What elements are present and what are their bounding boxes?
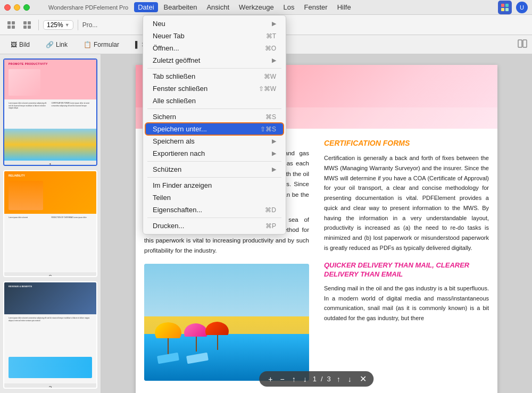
menu-item-zuletzt[interactable]: Zuletzt geöffnet ▶ [145,54,284,66]
menu-item-tab-schliessen[interactable]: Tab schließen ⌘W [145,70,284,82]
menu-item-speichern-unter[interactable]: Speichern unter... ⇧⌘S [145,123,284,135]
app-icon [498,1,512,14]
svg-rect-5 [12,21,15,24]
menu-fenster[interactable]: Fenster [301,2,331,12]
schuetzen-arrow: ▶ [272,166,276,173]
delivery-title: QUICKER DELIVERY THAN MAIL, CLEARER DELI… [324,261,489,279]
toolbar-separator-1 [38,20,39,30]
menu-ansicht[interactable]: Ansicht [203,2,233,12]
svg-rect-12 [518,40,522,47]
nav-close[interactable]: ✕ [360,374,367,384]
zoom-control[interactable]: 125% ▼ [43,20,73,30]
nav-next-page[interactable]: ↓ [346,375,353,383]
svg-rect-10 [23,26,27,29]
certification-text: Certification is generally a back and fo… [324,153,489,253]
svg-rect-8 [23,21,27,24]
maximize-button[interactable] [23,4,30,11]
menu-item-fenster-schliessen[interactable]: Fenster schließen ⇧⌘W [145,82,284,95]
sidebar-page-3[interactable]: REVENUE & BENEFITS Lorem ipsum dolor sit… [3,281,97,389]
page-1-number: 1 [4,161,96,166]
zoom-arrow: ▼ [65,22,70,28]
menu-item-im-finder[interactable]: Im Finder anzeigen [145,179,284,191]
sidebar-page-1[interactable]: PROMOTE PRODUCTIVITY Lorem ipsum dolor s… [3,58,97,166]
pdf-right-column: CERTIFICATION FORMS Certification is gen… [317,137,489,381]
menu-item-schuetzen[interactable]: Schützen ▶ [145,163,284,175]
svg-rect-0 [501,4,504,7]
svg-rect-4 [7,21,11,24]
page-separator: / [321,375,323,383]
menu-item-speichern-als[interactable]: Speichern als ▶ [145,135,284,147]
traffic-lights [4,4,30,11]
menu-hilfe[interactable]: Hilfe [334,2,355,12]
tab-link[interactable]: 🔗 Link [39,39,74,50]
bild-icon: 🖼 [11,41,17,48]
nav-fit-page[interactable]: ↑ [290,375,297,383]
exportieren-arrow: ▶ [272,150,276,157]
toolbar-separator-2 [78,20,78,30]
menu-item-sichern[interactable]: Sichern ⌘S [145,111,284,123]
nav-zoom-out[interactable]: − [278,375,286,383]
menu-sep-3 [147,161,281,162]
menu-los[interactable]: Los [280,2,298,12]
doc-title: Pro... [82,21,98,29]
menu-wondershare[interactable]: Wondershare PDFelement Pro [45,3,132,12]
menu-item-neuer-tab[interactable]: Neuer Tab ⌘T [145,30,284,42]
sidebar-end-icon[interactable] [517,38,528,51]
tab-formular[interactable]: 📋 Formular [77,39,126,50]
nav-download[interactable]: ↓ [302,375,309,383]
user-avatar[interactable]: U [516,2,528,13]
menu-item-alle-schliessen[interactable]: Alle schließen [145,95,284,107]
menu-werkzeuge[interactable]: Werkzeuge [235,2,278,12]
svg-rect-3 [505,8,509,11]
menu-item-neu[interactable]: Neu ▶ [145,18,284,30]
minimize-button[interactable] [14,4,20,11]
view-toggle[interactable] [20,18,34,32]
menu-bearbeiten[interactable]: Bearbeiten [160,2,201,12]
datei-dropdown-menu: Neu ▶ Neuer Tab ⌘T Öffnen... ⌘O Zuletzt … [143,15,286,235]
sidebar-page-2[interactable]: RELIABILITY Lorem ipsum dolor sit amet R… [3,170,97,278]
menu-sep-1 [147,68,281,69]
page-total: 3 [327,375,331,383]
delivery-text: Sending mail in the oil and the gas indu… [324,283,489,323]
svg-rect-11 [28,26,31,29]
title-bar: Wondershare PDFelement Pro Datei Bearbei… [0,0,532,15]
nav-prev-page[interactable]: ↑ [335,375,342,383]
speichern-als-arrow: ▶ [272,138,276,145]
svg-rect-1 [505,4,509,7]
svg-rect-13 [523,40,527,47]
tab-bild[interactable]: 🖼 Bild [4,39,36,50]
svg-rect-2 [501,8,504,11]
page-current: 1 [313,375,317,383]
link-icon: 🔗 [46,41,54,48]
formular-icon: 📋 [84,41,92,48]
svg-rect-6 [7,26,11,29]
schwaerzen-icon: ▌ [135,41,140,48]
certification-title: CERTIFICATION FORMS [324,137,489,149]
svg-rect-9 [28,21,31,24]
menu-sep-2 [147,108,281,109]
nav-zoom-in[interactable]: + [267,375,274,383]
page-2-number: 2 [4,272,96,278]
menu-item-eigenschaften[interactable]: Eigenschaften... ⌘D [145,204,284,216]
zuletzt-arrow: ▶ [272,57,276,64]
pdf-beach-image [144,264,309,381]
sidebar: PROMOTE PRODUCTIVITY Lorem ipsum dolor s… [0,54,101,393]
menu-item-oeffnen[interactable]: Öffnen... ⌘O [145,42,284,54]
menu-bar: Wondershare PDFelement Pro Datei Bearbei… [40,2,355,12]
page-navigation: + − ↑ ↓ 1 / 3 ↑ ↓ ✕ [259,371,373,387]
zoom-value: 125% [47,21,63,29]
svg-rect-7 [12,26,15,29]
menu-datei[interactable]: Datei [134,2,157,12]
menu-item-drucken[interactable]: Drucken... ⌘P [145,220,284,232]
menu-sep-4 [147,177,281,178]
sidebar-toggle[interactable] [4,18,18,32]
menu-sep-5 [147,218,281,218]
neu-arrow: ▶ [272,20,276,27]
menu-item-exportieren[interactable]: Exportieren nach ▶ [145,147,284,160]
menu-item-teilen[interactable]: Teilen [145,191,284,204]
page-3-number: 3 [4,383,96,389]
close-button[interactable] [4,4,11,11]
